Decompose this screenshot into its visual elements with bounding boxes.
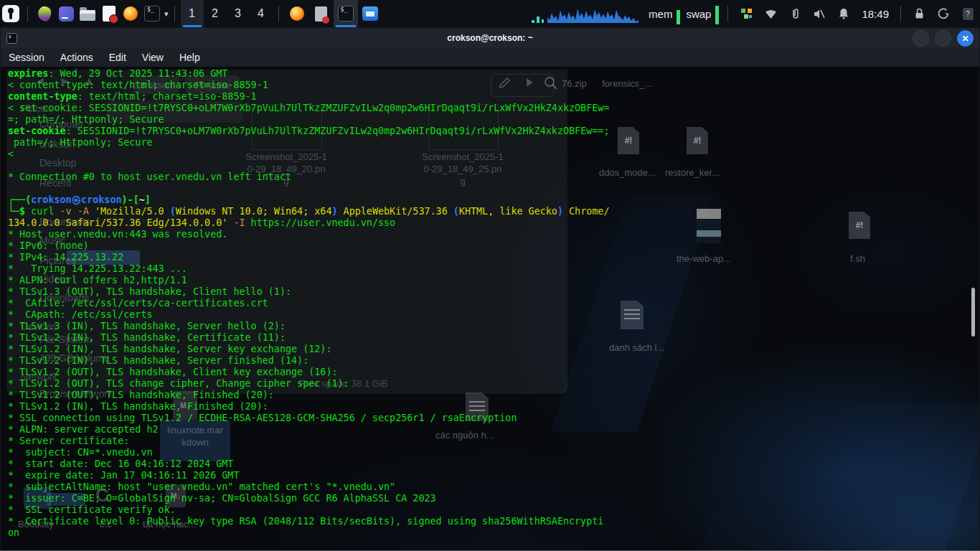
chevron-down-icon[interactable]: ▾ xyxy=(164,9,169,19)
lock-button[interactable] xyxy=(907,0,931,27)
panel-divider xyxy=(27,6,28,22)
taskbar-terminal-active[interactable]: $_ xyxy=(334,0,358,27)
taskbar-document[interactable] xyxy=(309,0,334,27)
logout-icon xyxy=(937,7,950,20)
paperclip-icon xyxy=(789,7,801,20)
document-icon xyxy=(621,301,644,329)
wallpaper-shard xyxy=(702,404,979,550)
launcher-text-editor[interactable] xyxy=(98,0,120,27)
terminal-scrollbar[interactable] xyxy=(971,288,975,336)
launcher-firefox[interactable] xyxy=(120,0,141,27)
tray-app-button[interactable] xyxy=(734,0,758,27)
shell-script-icon: #! xyxy=(618,127,639,154)
desktop-icon-label: restore_ker... xyxy=(665,167,720,178)
blue-folder-icon xyxy=(362,6,378,21)
minimize-button[interactable] xyxy=(913,30,929,47)
desktop-icon-label: forensics_... xyxy=(602,78,652,89)
bell-icon xyxy=(837,7,850,20)
terminal-window: $ crokson@crokson: ~ ✕ Session Actions E… xyxy=(0,27,980,551)
desktop-icon-label: f.sh xyxy=(850,253,865,264)
text-editor-icon xyxy=(103,6,116,22)
notifications-button[interactable] xyxy=(831,0,856,27)
terminal-output: expires: Wed, 29 Oct 2025 11:43:06 GMT< … xyxy=(8,68,609,539)
swap-usage-bar xyxy=(715,6,719,24)
leek-icon xyxy=(36,5,52,23)
purple-window-icon xyxy=(59,6,74,22)
clock[interactable]: 18:49 xyxy=(862,8,889,20)
taskbar-media-folder[interactable] xyxy=(358,0,382,27)
window-title: crokson@crokson: ~ xyxy=(1,33,979,43)
book-cover-icon xyxy=(697,209,721,243)
shell-script-icon: #! xyxy=(687,127,708,154)
network-activity-graph xyxy=(530,3,641,24)
panel-divider xyxy=(174,6,175,22)
panel-divider xyxy=(278,6,279,22)
kali-logo-icon xyxy=(2,5,19,22)
top-panel: $_ ▾ 1 2 3 4 $_ mem swap xyxy=(0,0,980,27)
workspace-2[interactable]: 2 xyxy=(204,0,227,27)
launcher-terminal[interactable]: $_ xyxy=(141,0,163,27)
menu-edit[interactable]: Edit xyxy=(101,48,134,67)
mem-usage-bar xyxy=(677,10,680,24)
desktop-icon-label: the-web-ap... xyxy=(677,253,731,264)
question-icon: ? xyxy=(963,8,974,20)
shell-script-icon: #! xyxy=(849,212,870,239)
menu-actions[interactable]: Actions xyxy=(52,48,101,67)
network-button[interactable] xyxy=(758,0,783,27)
terminal-viewport[interactable]: ◀ ▶ ▲ crokson Pictures Places Computer c… xyxy=(1,67,979,550)
volume-button[interactable] xyxy=(807,0,831,27)
launcher-file-manager[interactable] xyxy=(77,0,98,27)
mem-label: mem xyxy=(649,8,672,20)
maximize-button[interactable] xyxy=(935,30,951,47)
wifi-icon xyxy=(764,8,778,20)
panel-divider xyxy=(727,6,728,22)
document-icon xyxy=(315,6,327,22)
firefox-icon xyxy=(123,6,138,21)
terminal-icon: $_ xyxy=(338,6,354,22)
firefox-icon xyxy=(290,6,304,21)
window-titlebar[interactable]: $ crokson@crokson: ~ ✕ xyxy=(1,28,979,48)
audio-muted-icon xyxy=(813,8,826,20)
menu-view[interactable]: View xyxy=(134,48,171,67)
workspace-3[interactable]: 3 xyxy=(227,0,250,27)
screen: $_ ▾ 1 2 3 4 $_ mem swap xyxy=(0,0,980,551)
swap-label: swap xyxy=(686,8,711,20)
launcher-app-2[interactable] xyxy=(55,0,77,27)
panel-divider xyxy=(900,6,901,22)
folder-icon xyxy=(80,10,95,21)
workspace-4[interactable]: 4 xyxy=(250,0,273,27)
desktop-icon-label: danh sách l... xyxy=(609,342,664,353)
workspace-1[interactable]: 1 xyxy=(181,0,204,27)
close-button[interactable]: ✕ xyxy=(957,30,974,47)
clipboard-button[interactable] xyxy=(783,0,807,27)
system-tray: 18:49 ? xyxy=(734,0,980,27)
lock-icon xyxy=(913,7,925,20)
help-button[interactable]: ? xyxy=(956,0,980,27)
launcher-app-1[interactable] xyxy=(34,0,55,27)
logout-button[interactable] xyxy=(931,0,956,27)
menu-help[interactable]: Help xyxy=(171,48,208,67)
menu-session[interactable]: Session xyxy=(1,48,52,67)
terminal-icon: $_ xyxy=(144,6,160,22)
colored-grid-icon xyxy=(740,8,753,20)
taskbar-firefox[interactable] xyxy=(285,0,309,27)
kali-menu-button[interactable] xyxy=(0,0,22,27)
window-menubar: Session Actions Edit View Help xyxy=(1,48,979,67)
